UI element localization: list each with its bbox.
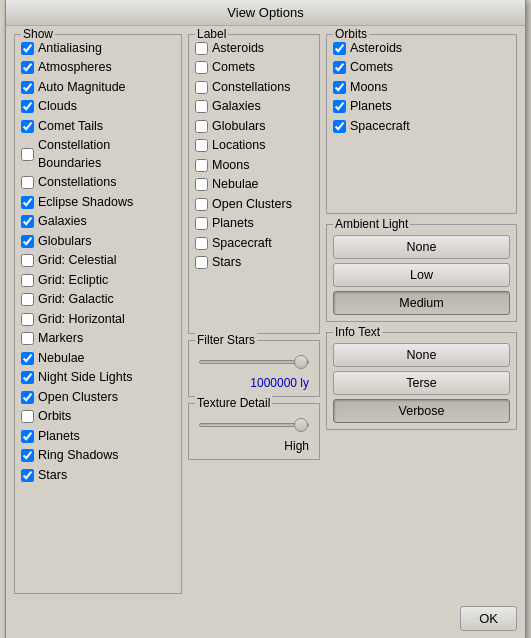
label-checkbox-6[interactable] <box>195 159 208 172</box>
show-checkbox-6[interactable] <box>21 176 34 189</box>
show-item-label: Night Side Lights <box>38 369 133 387</box>
label-item: Globulars <box>195 117 313 137</box>
show-item-label: Atmospheres <box>38 59 112 77</box>
show-item-label: Auto Magnitude <box>38 79 126 97</box>
label-checkbox-4[interactable] <box>195 120 208 133</box>
info-btn-verbose[interactable]: Verbose <box>333 399 510 423</box>
show-item: Auto Magnitude <box>21 78 175 98</box>
show-item-label: Constellations <box>38 174 117 192</box>
label-item-label: Moons <box>212 157 250 175</box>
label-checkbox-9[interactable] <box>195 217 208 230</box>
show-checkbox-14[interactable] <box>21 332 34 345</box>
texture-detail-slider[interactable] <box>199 416 309 434</box>
label-item: Planets <box>195 214 313 234</box>
info-btn-terse[interactable]: Terse <box>333 371 510 395</box>
show-item: Clouds <box>21 97 175 117</box>
right-column: Orbits AsteroidsCometsMoonsPlanetsSpacec… <box>326 34 517 594</box>
ambient-btn-none[interactable]: None <box>333 235 510 259</box>
show-checkbox-16[interactable] <box>21 371 34 384</box>
show-checkbox-0[interactable] <box>21 42 34 55</box>
show-item: Constellations <box>21 173 175 193</box>
show-checkbox-10[interactable] <box>21 254 34 267</box>
show-item: Grid: Galactic <box>21 290 175 310</box>
filter-stars-slider[interactable] <box>199 353 309 371</box>
label-item: Galaxies <box>195 97 313 117</box>
show-checkbox-15[interactable] <box>21 352 34 365</box>
show-checkbox-13[interactable] <box>21 313 34 326</box>
show-item-label: Stars <box>38 467 67 485</box>
orbits-checkbox-0[interactable] <box>333 42 346 55</box>
info-btn-none[interactable]: None <box>333 343 510 367</box>
show-checkbox-12[interactable] <box>21 293 34 306</box>
ambient-btn-medium[interactable]: Medium <box>333 291 510 315</box>
show-item: Stars <box>21 466 175 486</box>
texture-detail-value: High <box>195 439 313 453</box>
show-item-label: Grid: Galactic <box>38 291 114 309</box>
show-item-label: Open Clusters <box>38 389 118 407</box>
orbits-item-label: Spacecraft <box>350 118 410 136</box>
show-item: Antialiasing <box>21 39 175 59</box>
show-checkbox-1[interactable] <box>21 61 34 74</box>
texture-detail-label: Texture Detail <box>195 396 272 410</box>
show-checkbox-9[interactable] <box>21 235 34 248</box>
show-item: Planets <box>21 427 175 447</box>
show-item-label: Antialiasing <box>38 40 102 58</box>
show-checkbox-3[interactable] <box>21 100 34 113</box>
orbits-item: Comets <box>333 58 510 78</box>
show-item-label: Clouds <box>38 98 77 116</box>
ok-button[interactable]: OK <box>460 606 517 631</box>
show-item-label: Orbits <box>38 408 71 426</box>
show-checkbox-7[interactable] <box>21 196 34 209</box>
label-checkbox-0[interactable] <box>195 42 208 55</box>
show-checkbox-4[interactable] <box>21 120 34 133</box>
label-item-label: Constellations <box>212 79 291 97</box>
label-checkbox-11[interactable] <box>195 256 208 269</box>
show-checkbox-18[interactable] <box>21 410 34 423</box>
label-item-label: Spacecraft <box>212 235 272 253</box>
show-checkbox-21[interactable] <box>21 469 34 482</box>
show-checkbox-17[interactable] <box>21 391 34 404</box>
show-item: Orbits <box>21 407 175 427</box>
filter-stars-label: Filter Stars <box>195 333 257 347</box>
label-checkbox-10[interactable] <box>195 237 208 250</box>
label-item-label: Stars <box>212 254 241 272</box>
show-checkbox-8[interactable] <box>21 215 34 228</box>
show-item: Markers <box>21 329 175 349</box>
label-checkbox-8[interactable] <box>195 198 208 211</box>
show-item: Galaxies <box>21 212 175 232</box>
show-checkbox-11[interactable] <box>21 274 34 287</box>
label-checkbox-5[interactable] <box>195 139 208 152</box>
label-checkbox-7[interactable] <box>195 178 208 191</box>
show-item-label: Grid: Horizontal <box>38 311 125 329</box>
label-checkbox-2[interactable] <box>195 81 208 94</box>
show-item-label: Ring Shadows <box>38 447 119 465</box>
show-item-label: Comet Tails <box>38 118 103 136</box>
label-item-label: Galaxies <box>212 98 261 116</box>
orbits-group-label: Orbits <box>333 27 369 41</box>
label-checkbox-1[interactable] <box>195 61 208 74</box>
label-item-label: Asteroids <box>212 40 264 58</box>
orbits-checkbox-4[interactable] <box>333 120 346 133</box>
ambient-btn-low[interactable]: Low <box>333 263 510 287</box>
show-checkbox-5[interactable] <box>21 148 34 161</box>
label-item-label: Open Clusters <box>212 196 292 214</box>
show-item-label: Markers <box>38 330 83 348</box>
show-item-label: Eclipse Shadows <box>38 194 133 212</box>
show-item-label: Constellation Boundaries <box>38 137 175 172</box>
ambient-light-label: Ambient Light <box>333 217 410 231</box>
orbits-item: Planets <box>333 97 510 117</box>
show-checkbox-19[interactable] <box>21 430 34 443</box>
orbits-checkbox-3[interactable] <box>333 100 346 113</box>
label-item: Locations <box>195 136 313 156</box>
orbits-checkbox-1[interactable] <box>333 61 346 74</box>
show-checkbox-2[interactable] <box>21 81 34 94</box>
label-item: Nebulae <box>195 175 313 195</box>
show-item-label: Galaxies <box>38 213 87 231</box>
label-checkbox-3[interactable] <box>195 100 208 113</box>
show-checkbox-20[interactable] <box>21 449 34 462</box>
label-item: Constellations <box>195 78 313 98</box>
orbits-checkbox-2[interactable] <box>333 81 346 94</box>
show-item: Night Side Lights <box>21 368 175 388</box>
label-item: Comets <box>195 58 313 78</box>
texture-detail-group: Texture Detail High <box>188 403 320 460</box>
